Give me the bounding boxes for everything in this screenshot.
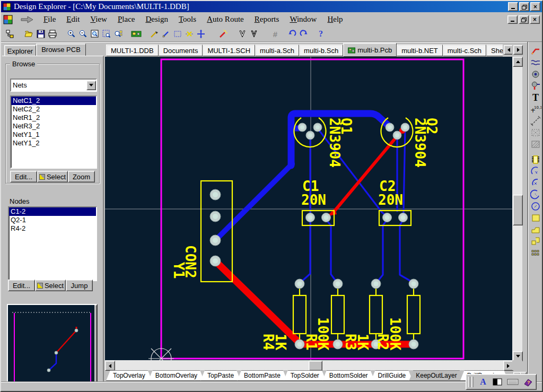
doc-minimize-button[interactable]: [507, 15, 518, 24]
zoom-in-icon[interactable]: [66, 28, 77, 40]
menu-file[interactable]: File: [38, 14, 61, 25]
nets-list[interactable]: NetC1_2NetC2_2NetR1_2NetR3_2NetY1_1NetY1…: [10, 95, 97, 169]
glue-tool-icon[interactable]: [148, 28, 160, 40]
board-preview-icon[interactable]: [130, 28, 142, 40]
zoom-selection-icon[interactable]: [112, 28, 124, 40]
doc-tab-documents[interactable]: Documents: [159, 45, 203, 56]
arc-angle-icon[interactable]: [530, 189, 541, 200]
help-icon[interactable]: ?: [315, 28, 327, 40]
net-nety1-2[interactable]: NetY1_2: [11, 139, 96, 147]
app-logo-icon[interactable]: [3, 15, 13, 24]
restore-button[interactable]: [519, 2, 529, 11]
tab-explorer[interactable]: Explorer: [4, 45, 36, 56]
combo-dropdown-button[interactable]: [86, 81, 96, 90]
place-string-icon[interactable]: T: [530, 92, 541, 103]
menu-reports[interactable]: Reports: [249, 14, 285, 25]
undo-icon[interactable]: [286, 28, 298, 40]
menu-tools[interactable]: Tools: [173, 14, 202, 25]
net-netr1-2[interactable]: NetR1_2: [11, 114, 96, 122]
zoom-area-icon[interactable]: [101, 28, 112, 40]
menu-help[interactable]: Help: [322, 14, 348, 25]
place-component-icon[interactable]: [530, 154, 541, 165]
browse-mode-combo[interactable]: Nets: [10, 79, 97, 92]
pad-array-icon[interactable]: [530, 248, 541, 258]
polygon-outline-icon[interactable]: [237, 28, 248, 40]
wavy-lines-icon[interactable]: [530, 57, 541, 68]
arc-edge-icon[interactable]: [530, 166, 541, 177]
save-icon[interactable]: [35, 28, 47, 40]
menu-view[interactable]: View: [85, 14, 112, 25]
layer-tab-keepoutlayer[interactable]: KeepOutLayer: [409, 370, 463, 381]
draw-tool-icon[interactable]: [160, 28, 172, 40]
doc-tabs-scroll-left[interactable]: [504, 45, 512, 55]
explorer-tree-icon[interactable]: [4, 28, 16, 40]
open-icon[interactable]: [23, 28, 35, 40]
vscroll-thumb[interactable]: [513, 195, 523, 225]
menu-edit[interactable]: Edit: [61, 14, 85, 25]
tab-browse-pcb[interactable]: Browse PCB: [36, 43, 86, 56]
text-tool-a-icon[interactable]: A: [476, 376, 490, 388]
menu-design[interactable]: Design: [140, 14, 173, 25]
net-netc1-2[interactable]: NetC1_2: [11, 97, 96, 105]
print-icon[interactable]: [47, 28, 58, 40]
polygon-hatched-icon[interactable]: [248, 28, 260, 40]
place-room-icon[interactable]: [530, 127, 541, 138]
doc-tab-multi-b-pcb[interactable]: multi-b.Pcb: [343, 43, 397, 57]
doc-tab-multi-1-sch[interactable]: MULTI-1.SCH: [203, 45, 255, 56]
full-circle-icon[interactable]: [530, 201, 541, 212]
layer-tab-bottompaste[interactable]: BottomPaste: [237, 370, 287, 381]
redo-icon[interactable]: [298, 28, 310, 40]
layer-tab-toppaste[interactable]: TopPaste: [200, 370, 241, 381]
node-r4-2[interactable]: R4-2: [9, 224, 96, 233]
hscroll-left-button[interactable]: [105, 361, 115, 371]
menu-window[interactable]: Window: [284, 14, 322, 25]
layer-tab-topoverlay[interactable]: TopOverlay: [106, 370, 152, 381]
layer-tab-bottomsolder[interactable]: BottomSolder: [322, 370, 375, 381]
menu-place[interactable]: Place: [112, 14, 140, 25]
doc-tab-multi-b-net[interactable]: multi-b.NET: [397, 45, 443, 56]
layer-tab-bottomoverlay[interactable]: BottomOverlay: [148, 370, 204, 381]
doc-tab-multi-1-ddb[interactable]: MULTI-1.DDB: [106, 45, 159, 56]
net-nety1-1[interactable]: NetY1_1: [11, 130, 96, 139]
move-icon[interactable]: [195, 28, 207, 40]
nodes-list[interactable]: C1-2Q2-1R4-2: [8, 206, 97, 281]
node-q2-1[interactable]: Q2-1: [9, 216, 96, 224]
paste-array-icon[interactable]: [530, 236, 541, 247]
menu-auto-route[interactable]: Auto Route: [202, 14, 249, 25]
rectangle-fill-icon[interactable]: [530, 213, 541, 223]
place-pad-icon[interactable]: [530, 69, 541, 80]
place-fill-icon[interactable]: [530, 139, 541, 150]
toolbar-grip[interactable]: [471, 377, 474, 387]
autoroute-wand-icon[interactable]: [217, 28, 229, 40]
doc-tab-multi-b-sch[interactable]: multi-b.Sch: [299, 45, 343, 56]
polygon-plane-icon[interactable]: [530, 224, 541, 235]
node-c1-2[interactable]: C1-2: [9, 207, 96, 216]
place-via-icon[interactable]: [530, 81, 541, 91]
close-button[interactable]: ×: [530, 2, 540, 11]
doc-tabs-scroll-right[interactable]: [513, 45, 523, 55]
canvas-vscrollbar[interactable]: [512, 57, 522, 360]
help-book-icon[interactable]: ?: [521, 376, 536, 388]
net-netc2-2[interactable]: NetC2_2: [11, 105, 96, 114]
doc-close-button[interactable]: ×: [530, 15, 540, 24]
doc-restore-button[interactable]: [519, 15, 529, 24]
arc-center-icon[interactable]: [530, 178, 541, 188]
canvas-hscrollbar[interactable]: [105, 360, 512, 370]
select-button[interactable]: Select: [35, 280, 66, 291]
net-netr3-2[interactable]: NetR3_2: [11, 122, 96, 130]
minimize-button[interactable]: [508, 2, 518, 11]
layer-tab-topsolder[interactable]: TopSolder: [284, 370, 326, 381]
doc-tab-multi-a-sch[interactable]: multi-a.Sch: [255, 45, 299, 56]
clear-selection-icon[interactable]: [183, 28, 195, 40]
back-arrow-icon[interactable]: [20, 15, 34, 24]
layer-tab-drillguide[interactable]: DrillGuide: [371, 370, 413, 381]
keyboard-icon[interactable]: [505, 376, 521, 388]
vscroll-up-button[interactable]: [513, 57, 523, 67]
doc-tab-sheet1-sch[interactable]: Sheet1.Sch: [486, 45, 503, 56]
zoom-button[interactable]: Zoom: [68, 171, 95, 182]
panel-toggle-icon[interactable]: [490, 376, 505, 388]
edit-button[interactable]: Edit...: [10, 171, 37, 182]
doc-tab-multi-c-sch[interactable]: multi-c.Sch: [443, 45, 486, 56]
select-area-icon[interactable]: [172, 28, 183, 40]
toolbar-grip[interactable]: [468, 377, 470, 387]
